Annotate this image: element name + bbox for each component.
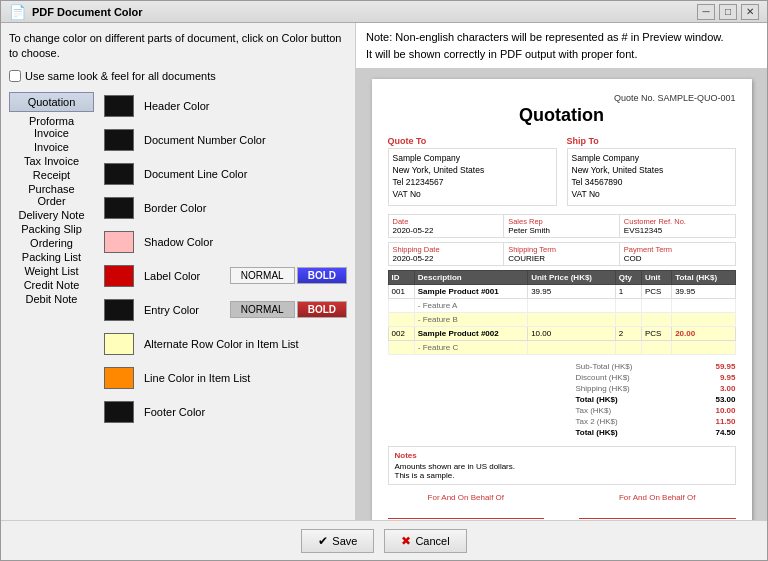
cancel-button[interactable]: ✖ Cancel <box>384 529 466 553</box>
cancel-label: Cancel <box>415 535 449 547</box>
col-total: Total (HK$) <box>672 270 735 284</box>
left-panel: To change color on different parts of do… <box>1 23 356 520</box>
instruction-text: To change color on different parts of do… <box>9 31 347 62</box>
company-vat: VAT No <box>393 189 552 201</box>
col-unit: Unit <box>641 270 671 284</box>
window-icon: 📄 <box>9 4 26 20</box>
sig-line-left <box>388 518 545 519</box>
quote-to-col: Quote To Sample Company New York, United… <box>388 136 557 206</box>
alt-row-color-row: Alternate Row Color in Item List <box>104 330 347 358</box>
nav-debit-note[interactable]: Debit Note <box>9 292 94 306</box>
save-button[interactable]: ✔ Save <box>301 529 374 553</box>
info-row-2: Shipping Date 2020-05-22 Shipping Term C… <box>388 242 736 266</box>
same-look-checkbox[interactable] <box>9 70 21 82</box>
nav-tax-invoice[interactable]: Tax Invoice <box>9 154 94 168</box>
content-area: To change color on different parts of do… <box>1 23 767 520</box>
minimize-button[interactable]: ─ <box>697 4 715 20</box>
doc-line-color-row: Document Line Color <box>104 160 347 188</box>
preview-area: Quote No. SAMPLE-QUO-001 Quotation Quote… <box>356 69 767 520</box>
nav-proforma-invoice[interactable]: Proforma Invoice <box>9 114 94 140</box>
header-color-swatch[interactable] <box>104 95 134 117</box>
border-color-row: Border Color <box>104 194 347 222</box>
company-name: Sample Company <box>393 153 552 165</box>
date-cell: Date 2020-05-22 <box>389 215 505 237</box>
same-look-label: Use same look & feel for all documents <box>25 70 216 82</box>
doc-number-color-row: Document Number Color <box>104 126 347 154</box>
title-controls: ─ □ ✕ <box>697 4 759 20</box>
label-color-swatch[interactable] <box>104 265 134 287</box>
header-color-label: Header Color <box>144 100 347 112</box>
title-bar-left: 📄 PDF Document Color <box>9 4 143 20</box>
bottom-bar: ✔ Save ✖ Cancel <box>1 520 767 560</box>
table-row: 002 Sample Product #002 10.00 2 PCS 20.0… <box>388 326 735 340</box>
shipping-term-cell: Shipping Term COURIER <box>504 243 620 265</box>
nav-invoice[interactable]: Invoice <box>9 140 94 154</box>
title-bar: 📄 PDF Document Color ─ □ ✕ <box>1 1 767 23</box>
nav-credit-note[interactable]: Credit Note <box>9 278 94 292</box>
ship-company-name: Sample Company <box>572 153 731 165</box>
doc-quote-no: Quote No. SAMPLE-QUO-001 <box>388 93 736 103</box>
summary-row: Sub-Total (HK$) 59.95 <box>576 361 736 372</box>
right-panel: Note: Non-english characters will be rep… <box>356 23 767 520</box>
alt-row-color-label: Alternate Row Color in Item List <box>144 338 347 350</box>
nav-purchase-order[interactable]: Purchase Order <box>9 182 94 208</box>
shadow-color-label: Shadow Color <box>144 236 347 248</box>
border-color-swatch[interactable] <box>104 197 134 219</box>
alt-row-color-swatch[interactable] <box>104 333 134 355</box>
label-bold-btn[interactable]: BOLD <box>297 267 347 284</box>
entry-bold-btn[interactable]: BOLD <box>297 301 347 318</box>
nav-delivery-note[interactable]: Delivery Note <box>9 208 94 222</box>
summary-row: Tax 2 (HK$) 11.50 <box>576 416 736 427</box>
doc-number-color-swatch[interactable] <box>104 129 134 151</box>
notes-text: Amounts shown are in US dollars.This is … <box>395 462 729 480</box>
header-color-row: Header Color <box>104 92 347 120</box>
maximize-button[interactable]: □ <box>719 4 737 20</box>
ship-to-body: Sample Company New York, United States T… <box>567 148 736 206</box>
document-preview: Quote No. SAMPLE-QUO-001 Quotation Quote… <box>372 79 752 520</box>
color-options: Header Color Document Number Color Docum… <box>104 92 347 426</box>
nav-ordering[interactable]: Ordering <box>9 236 94 250</box>
footer-color-row: Footer Color <box>104 398 347 426</box>
entry-color-swatch[interactable] <box>104 299 134 321</box>
ship-company-address: New York, United States <box>572 165 731 177</box>
close-button[interactable]: ✕ <box>741 4 759 20</box>
table-row: 001 Sample Product #001 39.95 1 PCS 39.9… <box>388 284 735 298</box>
col-price: Unit Price (HK$) <box>528 270 616 284</box>
shadow-color-swatch[interactable] <box>104 231 134 253</box>
footer-color-label: Footer Color <box>144 406 347 418</box>
nav-packing-slip[interactable]: Packing Slip <box>9 222 94 236</box>
entry-normal-btn[interactable]: NORMAL <box>230 301 295 318</box>
label-normal-btn[interactable]: NORMAL <box>230 267 295 284</box>
summary-row: Tax (HK$) 10.00 <box>576 405 736 416</box>
sig-for-right: For And On Behalf Of <box>579 493 736 502</box>
doc-line-color-swatch[interactable] <box>104 163 134 185</box>
nav-packing-list[interactable]: Packing List <box>9 250 94 264</box>
customer-ref-cell: Customer Ref. No. EVS12345 <box>620 215 735 237</box>
table-row: - Feature B <box>388 312 735 326</box>
entry-style-btns: NORMAL BOLD <box>230 301 347 318</box>
doc-address-section: Quote To Sample Company New York, United… <box>388 136 736 206</box>
entry-color-row: Entry Color NORMAL BOLD <box>104 296 347 324</box>
notes-section: Notes Amounts shown are in US dollars.Th… <box>388 446 736 485</box>
footer-color-swatch[interactable] <box>104 401 134 423</box>
nav-quotation[interactable]: Quotation <box>9 92 94 112</box>
nav-weight-list[interactable]: Weight List <box>9 264 94 278</box>
label-color-label: Label Color <box>144 270 220 282</box>
company-address: New York, United States <box>393 165 552 177</box>
quote-to-header: Quote To <box>388 136 557 146</box>
label-color-row: Label Color NORMAL BOLD <box>104 262 347 290</box>
sig-for-left: For And On Behalf Of <box>388 493 545 502</box>
table-row: - Feature A <box>388 298 735 312</box>
item-table: ID Description Unit Price (HK$) Qty Unit… <box>388 270 736 355</box>
nav-receipt[interactable]: Receipt <box>9 168 94 182</box>
summary-row: Total (HK$) 53.00 <box>576 394 736 405</box>
save-label: Save <box>332 535 357 547</box>
sales-rep-cell: Sales Rep Peter Smith <box>504 215 620 237</box>
ship-to-header: Ship To <box>567 136 736 146</box>
signature-section: For And On Behalf Of Authorized Signatur… <box>388 493 736 520</box>
quote-to-body: Sample Company New York, United States T… <box>388 148 557 206</box>
border-color-label: Border Color <box>144 202 347 214</box>
sig-col-right: For And On Behalf Of Authorized Signatur… <box>579 493 736 520</box>
payment-term-cell: Payment Term COD <box>620 243 735 265</box>
line-color-swatch[interactable] <box>104 367 134 389</box>
